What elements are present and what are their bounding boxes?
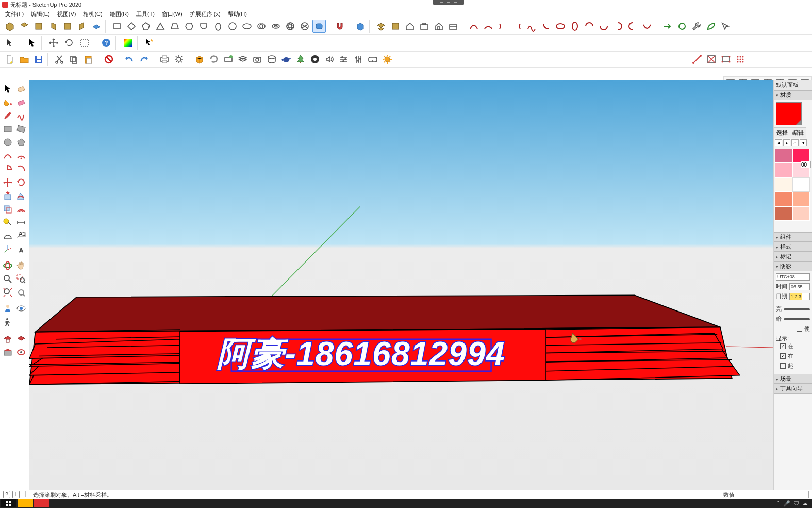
arc8-icon[interactable] <box>597 20 610 33</box>
view-bottom-icon[interactable] <box>90 20 103 33</box>
disk-icon[interactable] <box>265 53 278 66</box>
shape-torus-icon[interactable] <box>269 20 283 33</box>
menu-help[interactable]: 帮助(H) <box>225 10 250 19</box>
refresh-icon[interactable] <box>207 53 221 66</box>
swatch[interactable] <box>792 206 810 221</box>
shape-pentagon-icon[interactable] <box>139 20 153 33</box>
shape-trapezoid-icon[interactable] <box>168 20 181 33</box>
swatch[interactable] <box>775 192 792 206</box>
cb-on-face[interactable] <box>780 343 786 349</box>
wrench-icon[interactable] <box>690 20 703 33</box>
view-top-icon[interactable] <box>18 20 31 33</box>
view-front-icon[interactable] <box>32 20 45 33</box>
oval2-icon[interactable] <box>568 20 582 33</box>
material-code-input[interactable] <box>801 161 811 168</box>
move-tool-icon[interactable] <box>1 176 14 189</box>
swatch[interactable] <box>792 192 810 206</box>
start-button[interactable] <box>1 499 16 507</box>
cut-icon[interactable] <box>53 53 66 66</box>
pencil-icon[interactable] <box>1 109 14 122</box>
shape-egg-icon[interactable] <box>211 20 225 33</box>
view-iso-icon[interactable] <box>3 20 16 33</box>
select-arrow-icon[interactable] <box>25 36 39 50</box>
circle-tool-icon[interactable] <box>1 136 14 149</box>
shadow-dark-slider[interactable] <box>784 318 810 320</box>
nav-fwd-icon[interactable]: ▸ <box>783 139 790 146</box>
walk-icon[interactable] <box>1 315 14 328</box>
fill-icon[interactable] <box>389 20 402 33</box>
vr-icon[interactable] <box>366 53 379 66</box>
status-value-input[interactable] <box>737 491 809 498</box>
leaf-icon[interactable] <box>704 20 718 33</box>
select-tool-icon[interactable] <box>1 82 14 95</box>
shape-hatch-icon[interactable] <box>298 20 311 33</box>
section-component[interactable]: 组件 <box>774 232 812 242</box>
menu-file[interactable]: 文件(F) <box>2 10 27 19</box>
arc2-tool-icon[interactable] <box>14 149 27 162</box>
rotate-icon[interactable] <box>62 36 76 50</box>
gear-icon[interactable] <box>172 53 186 66</box>
layers-icon[interactable] <box>236 53 250 66</box>
pan-icon[interactable] <box>14 259 27 272</box>
arc7-icon[interactable] <box>583 20 596 33</box>
menu-view[interactable]: 视图(V) <box>54 10 79 19</box>
cb-use-sun[interactable] <box>797 326 802 332</box>
new-file-icon[interactable] <box>3 53 16 66</box>
nav-home-icon[interactable]: ⌂ <box>791 139 799 146</box>
arc3-icon[interactable] <box>496 20 509 33</box>
menu-window[interactable]: 窗口(W) <box>159 10 186 19</box>
zoom-icon[interactable] <box>1 272 14 285</box>
menu-camera[interactable]: 相机(C) <box>80 10 105 19</box>
shape-cup-icon[interactable] <box>197 20 210 33</box>
rainbow-icon[interactable] <box>121 36 135 50</box>
protractor-icon[interactable] <box>1 230 14 242</box>
grip-icon[interactable] <box>374 20 388 33</box>
rect-dots-icon[interactable] <box>719 53 733 66</box>
current-material-swatch[interactable] <box>776 102 802 125</box>
tree-icon[interactable] <box>294 53 307 66</box>
render-box-icon[interactable] <box>193 53 206 66</box>
section-material[interactable]: 材质 <box>774 90 812 100</box>
line-diag-icon[interactable] <box>690 53 704 66</box>
3dtext-icon[interactable]: A <box>14 243 27 256</box>
shape-diamond-icon[interactable] <box>125 20 138 33</box>
taskbar-sketchup-icon[interactable] <box>34 499 49 507</box>
arc6-icon[interactable] <box>539 20 553 33</box>
redo-icon[interactable] <box>137 53 151 66</box>
shape-roundrect-icon[interactable] <box>312 20 326 33</box>
status-help-icon[interactable]: ? <box>3 491 10 498</box>
shape-circle-icon[interactable] <box>226 20 239 33</box>
paste-icon[interactable] <box>81 53 95 66</box>
aperture-icon[interactable] <box>308 53 322 66</box>
teapot-icon[interactable] <box>279 53 293 66</box>
house-icon[interactable] <box>403 20 417 33</box>
look-around-icon[interactable] <box>14 302 27 315</box>
section-icon[interactable] <box>1 332 14 345</box>
cb-on-ground[interactable] <box>780 353 786 359</box>
briefcase-icon[interactable] <box>418 20 431 33</box>
tray-cloud-icon[interactable]: ☁ <box>802 500 808 507</box>
select-small-icon[interactable] <box>3 36 18 50</box>
arc3-tool-icon[interactable] <box>14 162 27 175</box>
move-icon[interactable] <box>46 36 61 50</box>
shape-wiresphere-icon[interactable] <box>284 20 297 33</box>
offset-tool-icon[interactable] <box>14 203 27 216</box>
text-tool-icon[interactable]: A1 <box>14 230 27 242</box>
sun-icon[interactable] <box>380 53 394 66</box>
magnet-icon[interactable] <box>333 20 346 33</box>
followme-icon[interactable] <box>14 189 27 202</box>
nav-menu-icon[interactable]: ▾ <box>800 139 807 146</box>
camera-icon[interactable] <box>251 53 264 66</box>
arc1-icon[interactable] <box>467 20 480 33</box>
sel-region-icon[interactable] <box>77 36 92 50</box>
eraser2-icon[interactable] <box>14 82 27 95</box>
swatch[interactable] <box>775 149 792 163</box>
arc9-icon[interactable] <box>611 20 625 33</box>
view-left-icon[interactable] <box>75 20 89 33</box>
zoom-window-icon[interactable] <box>14 272 27 285</box>
shadow-date[interactable]: 1 2 3 <box>789 293 810 300</box>
system-tray[interactable]: ˄ 🎤 🛡 ☁ <box>777 500 811 507</box>
arrow-icon[interactable] <box>661 20 674 33</box>
axes-icon[interactable] <box>1 243 14 256</box>
arc-tool-icon[interactable] <box>1 149 14 162</box>
